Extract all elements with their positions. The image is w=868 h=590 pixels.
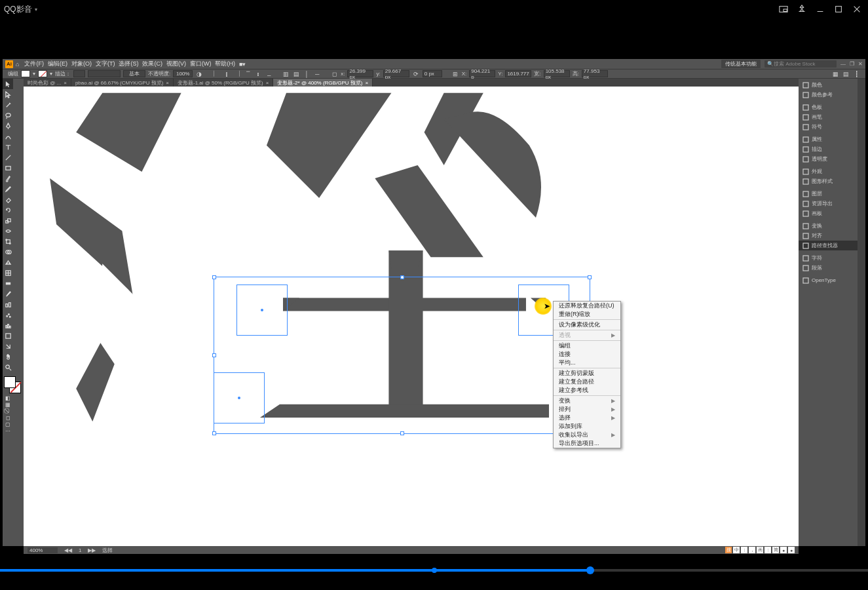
ctx-item[interactable]: 重做(R)缩放 — [554, 310, 620, 319]
menu-select[interactable]: 选择(S) — [119, 60, 138, 68]
fill-swatch[interactable] — [21, 70, 30, 77]
scale-tool[interactable] — [3, 215, 13, 226]
panel-row-stroke[interactable]: 属性 — [799, 134, 858, 144]
menu-type[interactable]: 文字(T) — [96, 60, 115, 68]
player-minimize-icon[interactable] — [813, 2, 827, 16]
panel-row-pf[interactable]: 路径查找器 — [799, 241, 858, 250]
ime-key[interactable]: 搜 — [725, 547, 732, 553]
h-input[interactable]: 1619.777 — [505, 70, 531, 77]
ai-rest-icon[interactable]: ❐ — [850, 61, 854, 67]
ctx-item[interactable]: 导出所选项目... — [554, 439, 620, 448]
w2-input[interactable]: 105.538 px — [544, 70, 570, 77]
player-title-dropdown[interactable]: ▾ — [35, 7, 37, 12]
artboard-tool[interactable] — [3, 330, 13, 341]
dist-h-icon[interactable]: ▥ — [282, 70, 290, 77]
ctx-item[interactable]: 添加到库 — [554, 422, 620, 431]
ime-key[interactable]: ● — [788, 547, 795, 553]
slice-tool[interactable] — [3, 341, 13, 351]
ime-key[interactable]: 中 — [733, 547, 740, 553]
panel-row-swatches[interactable]: 色板 — [799, 102, 858, 112]
progress-track[interactable] — [0, 569, 868, 572]
panel-row-trans2[interactable]: 变换 — [799, 221, 858, 231]
ctx-item[interactable]: 连接 — [554, 350, 620, 359]
player-pip-icon[interactable] — [776, 2, 791, 16]
dist-h2-icon[interactable]: │ — [303, 70, 311, 77]
menu-extra[interactable]: ■▾ — [239, 61, 246, 68]
panel-row-ab[interactable]: 画板 — [799, 208, 858, 218]
ctx-item[interactable]: 变换▶ — [554, 397, 620, 405]
panel-row-guide[interactable]: 颜色参考 — [799, 90, 858, 100]
progress-knob[interactable] — [586, 566, 594, 574]
home-icon[interactable]: ⌂ — [16, 61, 19, 68]
angle-input[interactable]: 0 px — [423, 70, 442, 77]
screen-mode-icon[interactable]: ▢ — [3, 421, 13, 427]
ai-min-icon[interactable]: — — [840, 61, 846, 67]
handle-tr[interactable] — [588, 275, 592, 279]
pen-tool[interactable] — [3, 121, 13, 131]
ctx-item[interactable]: 选择▶ — [554, 414, 620, 422]
zoom-tool[interactable] — [3, 362, 13, 372]
doc-tab-2[interactable]: pbao.ai @ 66.67% (CMYK/GPU 预览)× — [71, 79, 174, 87]
doc-tab-3[interactable]: 变形题-1.ai @ 50% (RGB/GPU 预览)× — [174, 79, 273, 87]
right-panel-collapse-strip[interactable] — [858, 79, 865, 546]
ctx-item[interactable]: 排列▶ — [554, 405, 620, 414]
panel-row-ot[interactable]: OpenType — [799, 275, 858, 285]
draw-mode-icon[interactable]: ◻ — [3, 414, 13, 421]
handle-bm[interactable] — [400, 431, 404, 435]
ctx-item[interactable]: 还原释放复合路径(U) — [554, 302, 620, 310]
ime-key[interactable]: ： — [764, 547, 771, 553]
player-pin-icon[interactable] — [795, 2, 809, 16]
eyedropper-tool[interactable] — [3, 288, 13, 299]
dist-v2-icon[interactable]: ─ — [313, 70, 321, 77]
gradient-tool[interactable] — [3, 278, 13, 288]
panel-row-swatch[interactable]: 颜色 — [799, 80, 858, 90]
doc-tab-1[interactable]: 时尚色彩 @ ...× — [24, 79, 71, 87]
handle-tl[interactable] — [212, 275, 216, 279]
ime-key[interactable]: ● — [780, 547, 787, 553]
column-graph-tool[interactable] — [3, 320, 13, 330]
shape-union-icon[interactable]: ◻ — [330, 70, 338, 77]
line-tool[interactable] — [3, 152, 13, 163]
panel-row-para2[interactable]: 段落 — [799, 263, 858, 273]
artboard-nav-next-icon[interactable]: ▶▶ — [88, 547, 96, 553]
ref-point-icon[interactable]: ⊞ — [451, 70, 459, 77]
hand-tool[interactable] — [3, 351, 13, 362]
mesh-tool[interactable] — [3, 267, 13, 278]
x-input[interactable]: 26.399 px — [347, 70, 373, 77]
handle-ml[interactable] — [212, 353, 216, 357]
zoom-level-input[interactable]: 400% — [28, 547, 58, 553]
ai-close-icon[interactable]: ✕ — [858, 61, 863, 67]
menu-view[interactable]: 视图(V) — [166, 60, 186, 68]
close-icon[interactable]: × — [266, 80, 269, 86]
menu-help[interactable]: 帮助(H) — [215, 60, 235, 68]
panel-row-gstyle[interactable]: 图形样式 — [799, 176, 858, 186]
align-vc-icon[interactable]: ⫾ — [254, 70, 262, 77]
shape-builder-tool[interactable] — [3, 246, 13, 257]
curvature-tool[interactable] — [3, 131, 13, 142]
menu-edit[interactable]: 编辑(E) — [48, 60, 67, 68]
edit-toolbar-icon[interactable]: ⋯ — [3, 427, 13, 434]
panel-row-brushes[interactable]: 画笔 — [799, 112, 858, 122]
prefs-icon[interactable]: ▤ — [842, 70, 850, 77]
opacity-input[interactable]: 100% — [173, 70, 193, 77]
panel-row-symbols[interactable]: 符号 — [799, 122, 858, 132]
magic-wand-tool[interactable] — [3, 100, 13, 110]
panel-row-trans[interactable]: 透明度 — [799, 154, 858, 164]
blend-tool[interactable] — [3, 299, 13, 309]
player-maximize-icon[interactable] — [831, 2, 846, 16]
ctx-item[interactable]: 建立剪切蒙版 — [554, 369, 620, 378]
menu-object[interactable]: 对象(O) — [71, 60, 92, 68]
gradient-mode-icon[interactable]: ▦ — [3, 401, 13, 408]
ime-key[interactable]: ： — [741, 547, 747, 553]
ime-key[interactable]: 画 — [757, 547, 763, 553]
rectangle-tool[interactable] — [3, 163, 13, 173]
ctx-item[interactable]: 编组 — [554, 342, 620, 350]
panel-row-appear[interactable]: 外观 — [799, 167, 858, 176]
doc-tab-4[interactable]: 变形题-2* @ 400% (RGB/GPU 预览)× — [273, 79, 373, 87]
menu-window[interactable]: 窗口(W) — [190, 60, 212, 68]
w-input[interactable]: 904.221 p — [469, 70, 495, 77]
pencil-tool[interactable] — [3, 184, 13, 194]
panel-row-align[interactable]: 对齐 — [799, 231, 858, 241]
paintbrush-tool[interactable] — [3, 173, 13, 184]
selection-tool[interactable] — [3, 79, 13, 89]
